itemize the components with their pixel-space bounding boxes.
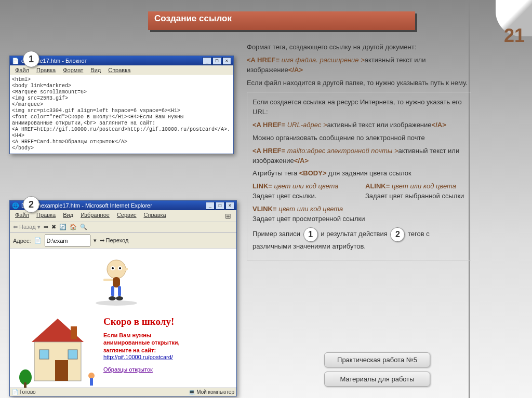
code-line: <A HREF=http://gif.10000.ru/postcard>htt… [12,127,231,139]
vlink-attr-block: VLINK= цвет или код цвета Задает цвет пр… [252,204,466,224]
svg-rect-22 [90,378,93,386]
search-icon[interactable]: 🔍 [80,224,87,230]
svg-rect-6 [113,277,120,287]
paragraph: Если файл находится в другой папке, то н… [247,78,471,88]
notepad-titlebar[interactable]: 📄 example17.htm - Блокнот _ □ × [10,56,233,65]
paragraph: Формат тега, создающего ссылку на другой… [247,43,471,52]
svg-point-5 [119,267,121,269]
svg-rect-15 [55,360,68,381]
forward-button[interactable]: ➡ [44,224,48,230]
home-icon[interactable]: 🏠 [70,224,77,230]
paragraph: Можно организовать сообщение по электрон… [252,133,466,143]
minimize-button[interactable]: _ [206,202,215,210]
menu-help[interactable]: Справка [141,211,169,221]
explanation-text: Формат тега, создающего ссылку на другой… [247,43,471,265]
code-line: <font color="red">Скоро в школу!</H1><H4… [12,114,231,120]
menu-favorites[interactable]: Избранное [77,211,113,221]
minimize-button[interactable]: _ [203,57,211,65]
alink-attr-block: ALINK= цвет или код цвета Задает цвет вы… [365,182,466,201]
status-zone: 💻 Мой компьютер [189,389,234,395]
cartoon-character-image [88,254,145,307]
svg-point-21 [88,373,95,379]
ie-titlebar[interactable]: 🌐 D:\ex...\example17.htm - Microsoft Int… [10,201,236,210]
menu-view[interactable]: Вид [60,211,76,221]
slide-title: Создание ссылок [148,11,415,30]
svg-rect-7 [103,279,113,281]
page-subtext: анимированные открытки, [103,339,180,346]
ie-nav-toolbar: ⬅ Назад ▾ ➡ ✖ 🔄 🏠 🔍 [10,222,236,232]
ie-address-toolbar: Адрес: 📄 ▾ ➡ Переход [10,232,236,249]
code-line: <html> [12,77,231,83]
address-input[interactable] [45,235,90,246]
svg-rect-18 [71,326,77,339]
practical-work-button[interactable]: Практическая работа №5 [324,352,430,367]
page-subtext: загляните на сайт: [103,347,180,354]
code-line: анимированные открытки,<br> загляните на… [12,120,231,127]
postcard-link[interactable]: http://gif.10000.ru/postcard/ [103,354,173,360]
notepad-window: 📄 example17.htm - Блокнот _ □ × Файл Пра… [9,56,234,154]
format-line-3: <A HREF= mailto:адрес электронной почты … [252,146,466,166]
ie-icon: 🌐 [12,202,19,209]
svg-rect-20 [24,382,26,388]
dropdown-icon[interactable]: ▾ [94,237,97,244]
samples-link[interactable]: Образцы открыток [103,366,153,373]
notepad-icon: 📄 [12,58,19,64]
menu-file[interactable]: Файл [12,66,32,74]
svg-point-11 [109,296,116,300]
code-line: <body link=darkred> [12,83,231,89]
code-line: </body> [12,145,231,152]
house-image [16,311,99,390]
stop-icon[interactable]: ✖ [51,224,56,230]
page-heading: Скоро в школу! [103,316,180,327]
code-line: <img src=25R3.gif> [12,95,231,102]
svg-rect-10 [118,286,121,296]
svg-point-3 [112,267,114,269]
menu-edit[interactable]: Правка [33,211,59,221]
notepad-menu: Файл Правка Формат Вид Справка [10,65,233,75]
boxed-section: Если создается ссылка на ресурс Интернет… [247,92,471,260]
close-button[interactable]: × [222,57,231,65]
badge-1: 1 [23,51,39,67]
menu-tools[interactable]: Сервис [114,211,140,221]
example-sentence: Пример записи 1 и результат действия 2 т… [252,227,466,252]
windows-logo-icon: ⊞ [222,211,234,221]
page-curl-decoration [469,0,532,398]
page-number: 21 [504,25,525,47]
menu-help[interactable]: Справка [105,66,134,74]
link-attr-block: LINK= цвет или код цвета Задает цвет ссы… [252,182,353,201]
menu-format[interactable]: Формат [60,66,86,74]
maximize-button[interactable]: □ [216,202,224,210]
code-line: <img src=pic3304.gif align=left hspace=6… [12,108,231,114]
svg-point-0 [96,300,137,306]
close-button[interactable]: × [225,202,234,210]
code-line: <A HREF=Card.htm>Образцы открыток</A> [12,139,231,145]
code-line: <Marquee scrollamount=6> [12,89,231,95]
badge-2: 2 [23,196,39,213]
menu-view[interactable]: Вид [87,66,104,74]
back-button[interactable]: ⬅ Назад ▾ [13,224,41,230]
notepad-title: example17.htm - Блокнот [21,58,202,64]
badge-2-inline: 2 [390,227,405,242]
bottom-buttons: Практическая работа №5 Материалы для раб… [324,352,430,387]
code-line: </marquee> [12,102,231,108]
paragraph: Если создается ссылка на ресурс Интернет… [252,98,466,117]
svg-point-12 [116,296,123,300]
attributes-heading: Атрибуты тега <BODY> для задания цвета с… [252,169,466,179]
page-icon: 📄 [34,237,42,244]
status-ready: 📄 Готово [12,389,36,395]
ie-window: 🌐 D:\ex...\example17.htm - Microsoft Int… [9,200,237,396]
menu-edit[interactable]: Правка [33,66,59,74]
ie-page-content: Скоро в школу! Если Вам нужны анимирован… [10,249,236,388]
svg-rect-9 [111,286,114,296]
svg-rect-16 [39,350,49,359]
ie-title: D:\ex...\example17.htm - Microsoft Inter… [21,202,205,209]
materials-button[interactable]: Материалы для работы [324,372,430,387]
notepad-content[interactable]: <html> <body link=darkred> <Marquee scro… [10,75,233,154]
go-button[interactable]: ➡ Переход [100,237,129,244]
maximize-button[interactable]: □ [212,57,221,65]
page-subtext: Если Вам нужны [103,332,180,339]
badge-1-inline: 1 [303,227,318,242]
format-line-2: <A HREF= URL-адрес >активный текст или и… [252,120,466,130]
address-label: Адрес: [13,238,31,244]
refresh-icon[interactable]: 🔄 [59,224,66,230]
